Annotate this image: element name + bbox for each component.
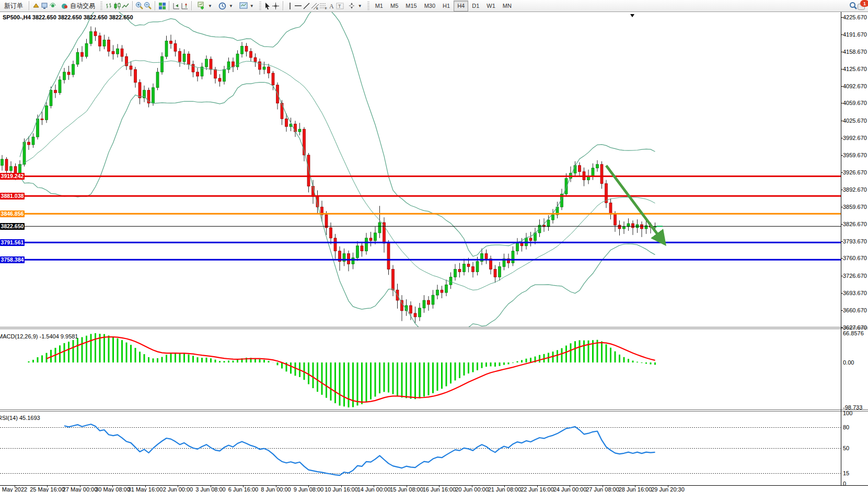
arrows-button[interactable]: ▼: [344, 1, 365, 11]
auto-scroll-icon[interactable]: [172, 2, 180, 10]
price-tick-label: 4125.670: [843, 66, 867, 73]
candle-down: [268, 67, 270, 73]
new-chart-button[interactable]: ▼: [194, 1, 215, 11]
price-tick-label: 4025.670: [843, 118, 867, 124]
trendline-icon[interactable]: [303, 2, 311, 10]
macd-indicator-label: MACD(12,26,9) -1.5404 9.9581: [0, 333, 78, 340]
toolbar-grip[interactable]: [259, 2, 261, 10]
toolbar-grip[interactable]: [100, 2, 102, 10]
time-tick-label: 2 Jun 00:00: [163, 486, 193, 492]
chart-shift-marker: [630, 14, 634, 17]
svg-text:F: F: [325, 7, 327, 10]
candle-up: [463, 264, 466, 272]
timeframe-m15[interactable]: M15: [402, 1, 420, 11]
candle-down: [214, 69, 217, 78]
timeframe-h1[interactable]: H1: [439, 1, 454, 11]
auto-trading-button[interactable]: 自动交易: [57, 1, 98, 11]
crosshair-icon[interactable]: [272, 2, 280, 10]
candle-down: [81, 52, 84, 56]
fibonacci-icon[interactable]: F: [319, 2, 328, 10]
candle-up: [10, 167, 13, 171]
chart-shift-icon[interactable]: [180, 2, 189, 10]
tile-windows-icon[interactable]: [158, 2, 166, 10]
candle-up: [352, 258, 354, 264]
candle-up: [499, 266, 501, 277]
candle-down: [210, 59, 212, 69]
gold-chart-icon[interactable]: [32, 2, 40, 10]
toolbar-grip[interactable]: [367, 2, 369, 10]
timeframe-m30[interactable]: M30: [421, 1, 439, 11]
candle-up: [165, 41, 168, 56]
time-tick-label: 30 May 08:00: [95, 486, 130, 492]
price-tick-label: 4158.670: [843, 49, 867, 55]
time-tick-label: 14 Jun 00:00: [357, 486, 391, 492]
candle-down: [218, 78, 221, 81]
timeframe-d1[interactable]: D1: [468, 1, 483, 11]
search-icon[interactable]: [849, 2, 858, 10]
line-chart-icon[interactable]: [121, 2, 130, 10]
time-tick-label: 16 Jun 16:00: [423, 486, 456, 492]
templates-button[interactable]: ▼: [236, 1, 257, 11]
time-tick-label: 9 Jun 08:00: [294, 486, 324, 492]
price-tick-label: 3760.670: [843, 255, 867, 262]
rsi-axis-label: 80: [843, 424, 849, 431]
timeframe-mn[interactable]: MN: [499, 1, 515, 11]
notifications-button[interactable]: 1: [858, 2, 867, 10]
candle-down: [179, 51, 181, 62]
candle-down: [334, 238, 337, 251]
candle-down: [441, 290, 443, 292]
rsi-pane[interactable]: [0, 424, 841, 475]
candle-down: [485, 254, 488, 259]
new-order-button[interactable]: 新订单: [1, 1, 26, 11]
candle-down: [94, 31, 97, 36]
signal-icon[interactable]: [49, 2, 57, 10]
zoom-out-icon[interactable]: [144, 2, 152, 10]
candle-down: [99, 36, 101, 46]
toolbar-separator: [29, 1, 29, 10]
horizontal-line-icon[interactable]: [294, 2, 303, 10]
macd-axis-label: 66.8576: [843, 330, 864, 337]
timeframe-m5[interactable]: M5: [387, 1, 402, 11]
candle-down: [188, 54, 190, 64]
zoom-in-icon[interactable]: [135, 2, 144, 10]
cursor-icon[interactable]: [263, 2, 272, 10]
timeframe-m1[interactable]: M1: [372, 1, 387, 11]
bar-chart-icon[interactable]: [105, 2, 113, 10]
time-tick-label: 27 May 00:00: [63, 486, 98, 492]
main-toolbar: 新订单 自动交易: [0, 0, 868, 12]
candle-up: [423, 300, 425, 308]
text-label-icon[interactable]: T: [336, 2, 344, 10]
terminal-icon[interactable]: [40, 2, 49, 10]
main-pane[interactable]: [0, 12, 841, 341]
price-tick-label: 3992.670: [843, 135, 867, 142]
text-icon[interactable]: A: [328, 2, 336, 10]
auto-trading-icon: [60, 2, 68, 10]
candle-down: [245, 46, 248, 51]
candle-up: [378, 222, 381, 233]
candle-up: [156, 72, 159, 88]
chart-area[interactable]: SP500-,H4 3822.650 3822.650 3822.650 382…: [0, 12, 868, 492]
time-tick-label: 27 Jun 08:00: [586, 486, 619, 492]
vertical-line-icon[interactable]: [286, 2, 294, 10]
macd-pane[interactable]: [29, 333, 655, 407]
time-tick-label: 25 May 16:00: [30, 486, 65, 492]
candle-up: [183, 54, 186, 62]
price-line-badge: 3758.384: [0, 256, 25, 263]
candle-down: [609, 203, 612, 214]
equidistant-channel-icon[interactable]: E: [311, 2, 319, 10]
candle-down: [348, 254, 350, 264]
chart-canvas[interactable]: [0, 12, 868, 492]
candle-down: [325, 215, 328, 228]
timeframe-w1[interactable]: W1: [483, 1, 499, 11]
candle-up: [596, 165, 599, 168]
candle-down: [361, 246, 363, 251]
price-line-badge: 3791.561: [0, 239, 25, 246]
candlestick-chart-icon[interactable]: [113, 2, 121, 10]
trend-arrow-annotation: [606, 166, 665, 244]
candle-down: [392, 269, 395, 290]
time-tick-label: May 2022: [2, 486, 27, 492]
arrows-icon: [348, 2, 356, 10]
periods-button[interactable]: ▼: [215, 1, 236, 11]
timeframe-h4[interactable]: H4: [454, 1, 468, 11]
toolbar-separator: [191, 1, 192, 10]
